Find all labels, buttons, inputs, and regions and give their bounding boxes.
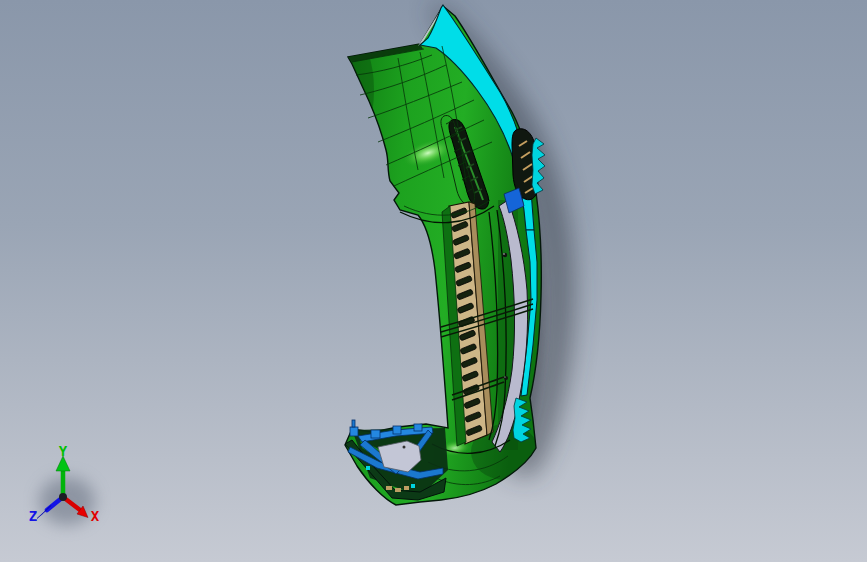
cad-viewport[interactable]: Y Z X — [0, 0, 867, 562]
x-axis-label: X — [91, 508, 100, 524]
orientation-triad: Y Z X — [29, 443, 100, 525]
triad-origin — [59, 493, 67, 501]
bumper-model[interactable] — [338, 5, 545, 505]
z-axis-label: Z — [29, 508, 37, 524]
mounting-cluster[interactable] — [345, 420, 448, 500]
y-axis-label: Y — [59, 443, 68, 459]
